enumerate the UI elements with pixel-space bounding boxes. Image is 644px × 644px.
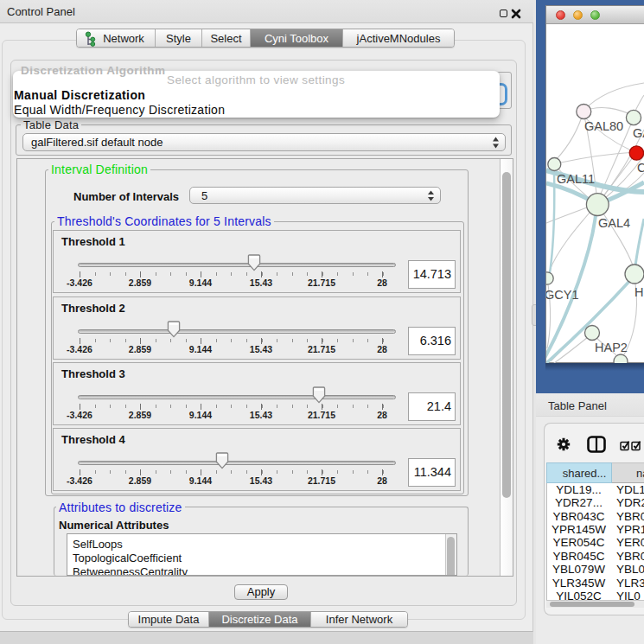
svg-text:GAL11: GAL11 xyxy=(557,172,595,186)
svg-text:HAP2: HAP2 xyxy=(595,341,628,354)
svg-text:H: H xyxy=(634,285,643,299)
svg-text:GAL80: GAL80 xyxy=(584,119,623,133)
svg-text:GA: GA xyxy=(633,126,644,140)
svg-text:GAL4: GAL4 xyxy=(598,216,630,230)
svg-text:GCY1: GCY1 xyxy=(546,288,579,302)
svg-text:C: C xyxy=(637,161,644,175)
